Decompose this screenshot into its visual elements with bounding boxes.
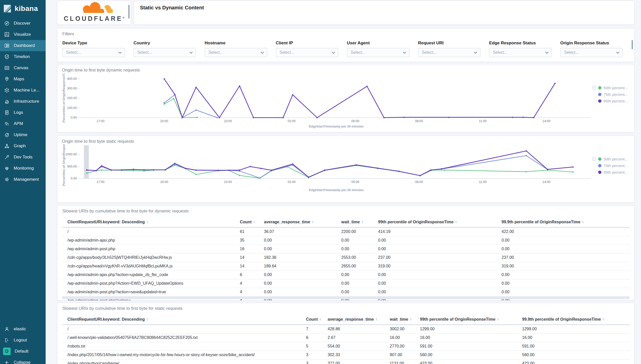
column-header-count[interactable]: Count▲▼: [306, 314, 328, 325]
sidebar-item-label: Visualize: [14, 32, 31, 37]
legend-item[interactable]: 50th percent...: [598, 156, 628, 162]
kibana-logo[interactable]: kibana: [0, 0, 46, 16]
legend-item[interactable]: 95th percent...: [598, 98, 628, 104]
sidebar-item-label: Default: [15, 349, 28, 354]
sidebar-item-maps[interactable]: Maps: [0, 74, 46, 85]
value-cell: 0.00: [502, 279, 630, 288]
svg-text:11:00: 11:00: [479, 119, 487, 123]
filter-select-origin-response-status[interactable]: Select...: [560, 48, 623, 57]
value-cell: 591.00: [420, 342, 522, 351]
svg-text:17:00: 17:00: [97, 119, 104, 123]
legend-item[interactable]: 75th percent...: [598, 162, 628, 169]
sidebar-item-logout[interactable]: Logout: [0, 335, 46, 346]
sidebar-item-management[interactable]: Management: [0, 174, 46, 185]
graph-icon: [4, 143, 10, 149]
filters-panel-title: Filters: [62, 31, 629, 37]
sidebar-item-collapse[interactable]: Collapse: [0, 357, 46, 364]
column-header-wait-time[interactable]: wait_time▲▼: [341, 217, 378, 227]
column-header-wait-time[interactable]: wait_time▲▼: [390, 314, 420, 325]
user-icon: [4, 326, 10, 332]
chart-panel-static-requests: Origin time to first byte static request…: [57, 135, 635, 203]
value-cell: 0.00: [378, 279, 502, 288]
column-header-99-9th-percentile-of-originresponsetime[interactable]: 99.9th percentile of OriginResponseTime▲…: [502, 217, 630, 227]
legend-item[interactable]: 50th percent...: [598, 84, 628, 91]
sidebar-item-visualize[interactable]: Visualize: [0, 29, 46, 40]
legend-item[interactable]: 95th percent...: [598, 169, 628, 175]
value-cell: 0.00: [502, 245, 630, 253]
value-cell: 3002.00: [390, 325, 420, 333]
filter-select-hostname[interactable]: Select...: [205, 48, 267, 57]
value-cell: 554.00: [328, 342, 390, 351]
horizontal-scrollbar[interactable]: [62, 297, 630, 299]
select-placeholder: Select...: [66, 50, 81, 55]
sidebar-item-logs[interactable]: Logs: [0, 107, 46, 118]
sidebar-item-uptime[interactable]: Uptime: [0, 129, 46, 140]
legend-dot-icon: [598, 86, 601, 89]
column-header-clientrequesturi-keyword-descending[interactable]: ClientRequestURI.keyword: Descending▲▼: [62, 217, 240, 227]
chart-plot[interactable]: 0.00100.00200.00300.00400.0017:0020:0023…: [62, 73, 630, 131]
sidebar-item-discover[interactable]: Discover: [0, 18, 46, 29]
value-cell: 0.00: [264, 270, 341, 279]
column-header-average-response-time[interactable]: average_response_time▲▼: [264, 217, 341, 227]
value-cell: 0.00: [341, 236, 378, 245]
value-cell: 0.00: [378, 245, 502, 253]
filter-select-country[interactable]: Select...: [134, 48, 196, 57]
filter-select-user-agent[interactable]: Select...: [347, 48, 409, 57]
panel-scrollbar[interactable]: [128, 5, 130, 19]
column-header-99th-percentile-of-originresponsetime[interactable]: 99th percentile of OriginResponseTime▲▼: [420, 314, 522, 325]
column-header-99th-percentile-of-originresponsetime[interactable]: 99th percentile of OriginResponseTime▲▼: [378, 217, 502, 227]
filter-select-client-ip[interactable]: Select...: [276, 48, 339, 57]
filter-group-device-type: Device TypeSelect...: [62, 41, 125, 57]
select-placeholder: Select...: [280, 50, 294, 55]
value-cell: 0.00: [378, 288, 502, 296]
page-title: Static vs Dynamic Content: [140, 5, 628, 11]
panel-scrollbar[interactable]: [632, 40, 633, 49]
sidebar-item-canvas[interactable]: Canvas: [0, 62, 46, 74]
sidebar-item-dev-tools[interactable]: Dev Tools: [0, 152, 46, 163]
column-header-count[interactable]: Count▲▼: [240, 217, 264, 227]
sidebar-item-label: Discover: [14, 21, 30, 26]
legend-label: 75th percent...: [603, 163, 628, 168]
collapse-icon: [4, 360, 10, 364]
value-cell: 16.00: [522, 333, 630, 342]
sidebar-item-machine-le[interactable]: Machine Le...: [0, 85, 46, 96]
sidebar-item-infrastructure[interactable]: Infrastructure: [0, 96, 46, 107]
legend-expand-icon[interactable]: [592, 157, 596, 175]
table-row: /wp-admin/admin-post.php?action=save&upd…: [62, 288, 630, 296]
filter-select-request-uri[interactable]: Select...: [418, 48, 481, 57]
value-cell: 16.00: [420, 333, 522, 342]
value-cell: 61: [240, 227, 264, 236]
legend-item[interactable]: 75th percent...: [598, 91, 628, 98]
sidebar-item-label: Uptime: [14, 132, 27, 137]
sidebar-item-elastic[interactable]: elastic: [0, 323, 46, 335]
sidebar-item-graph[interactable]: Graph: [0, 140, 46, 152]
sidebar-item-dashboard[interactable]: Dashboard: [0, 40, 46, 51]
filter-select-edge-response-status[interactable]: Select...: [489, 48, 552, 57]
filter-group-request-uri: Request URISelect...: [418, 41, 481, 57]
sidebar-item-timelion[interactable]: Timelion: [0, 51, 46, 62]
kibana-logo-icon: [3, 4, 12, 13]
table-row: /wp-admin/admin-ajax.php350.000.000.000.…: [62, 236, 630, 245]
sidebar-item-apm[interactable]: APM: [0, 118, 46, 129]
value-cell: 319.00: [378, 262, 502, 270]
legend-expand-icon[interactable]: [592, 86, 596, 104]
chart-title: Origin time to first byte static request…: [62, 139, 630, 144]
column-header-99-9th-percentile-of-originresponsetime[interactable]: 99.9th percentile of OriginResponseTime▲…: [522, 314, 630, 325]
svg-text:0.00: 0.00: [71, 116, 77, 119]
uri-cell: /cdn-cgi/apps/body/3Lh52SjWTQ4HRlErJykHq…: [62, 253, 240, 262]
column-header-label: wait_time: [390, 317, 408, 321]
sidebar-item-default[interactable]: DDefault: [0, 346, 46, 357]
sidebar-item-monitoring[interactable]: Monitoring: [0, 163, 46, 174]
chart-plot[interactable]: 0.00500.001000.0017:0020:0023:0002:0005:…: [62, 144, 630, 196]
filter-label: Edge Response Status: [489, 41, 552, 46]
filter-select-device-type[interactable]: Select...: [62, 48, 125, 57]
sort-icon: ▲▼: [497, 318, 499, 321]
column-header-clientrequesturi-keyword-descending[interactable]: ClientRequestURI.keyword: Descending▲▼: [62, 314, 306, 325]
column-header-average-response-time[interactable]: average_response_time▲▼: [328, 314, 390, 325]
svg-text:EdgeStartTimestamp per 30 minu: EdgeStartTimestamp per 30 minutes: [309, 188, 364, 192]
sort-icon: ▲▼: [375, 318, 377, 321]
legend-label: 50th percent...: [603, 86, 628, 90]
filter-label: Request URI: [418, 41, 481, 46]
column-header-label: ClientRequestURI.keyword: Descending: [67, 220, 145, 224]
value-cell: 14: [240, 253, 264, 262]
